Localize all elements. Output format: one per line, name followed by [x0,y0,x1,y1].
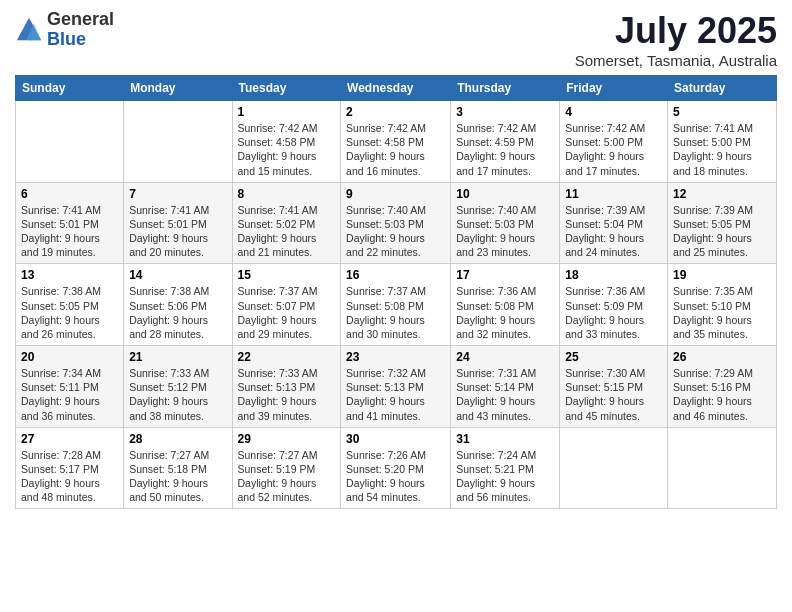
main-title: July 2025 [575,10,777,52]
calendar-week-row: 27Sunrise: 7:28 AM Sunset: 5:17 PM Dayli… [16,427,777,509]
day-info: Sunrise: 7:32 AM Sunset: 5:13 PM Dayligh… [346,366,445,423]
day-info: Sunrise: 7:35 AM Sunset: 5:10 PM Dayligh… [673,284,771,341]
header: General Blue July 2025 Somerset, Tasmani… [15,10,777,69]
calendar-day-header: Tuesday [232,76,341,101]
calendar-day-header: Friday [560,76,668,101]
calendar-day-header: Saturday [668,76,777,101]
calendar-day-header: Wednesday [341,76,451,101]
subtitle: Somerset, Tasmania, Australia [575,52,777,69]
calendar-cell: 1Sunrise: 7:42 AM Sunset: 4:58 PM Daylig… [232,101,341,183]
calendar-cell: 24Sunrise: 7:31 AM Sunset: 5:14 PM Dayli… [451,346,560,428]
day-number: 14 [129,268,226,282]
logo-general: General [47,10,114,30]
calendar-week-row: 6Sunrise: 7:41 AM Sunset: 5:01 PM Daylig… [16,182,777,264]
day-number: 17 [456,268,554,282]
day-info: Sunrise: 7:27 AM Sunset: 5:19 PM Dayligh… [238,448,336,505]
title-block: July 2025 Somerset, Tasmania, Australia [575,10,777,69]
day-number: 19 [673,268,771,282]
calendar-day-header: Monday [124,76,232,101]
day-number: 2 [346,105,445,119]
day-info: Sunrise: 7:39 AM Sunset: 5:04 PM Dayligh… [565,203,662,260]
calendar-body: 1Sunrise: 7:42 AM Sunset: 4:58 PM Daylig… [16,101,777,509]
day-number: 18 [565,268,662,282]
calendar-cell: 28Sunrise: 7:27 AM Sunset: 5:18 PM Dayli… [124,427,232,509]
day-number: 7 [129,187,226,201]
calendar-cell: 12Sunrise: 7:39 AM Sunset: 5:05 PM Dayli… [668,182,777,264]
day-number: 11 [565,187,662,201]
day-number: 31 [456,432,554,446]
day-number: 5 [673,105,771,119]
day-info: Sunrise: 7:28 AM Sunset: 5:17 PM Dayligh… [21,448,118,505]
calendar-table: SundayMondayTuesdayWednesdayThursdayFrid… [15,75,777,509]
calendar-day-header: Thursday [451,76,560,101]
day-number: 20 [21,350,118,364]
day-info: Sunrise: 7:41 AM Sunset: 5:01 PM Dayligh… [21,203,118,260]
day-number: 27 [21,432,118,446]
day-number: 1 [238,105,336,119]
day-info: Sunrise: 7:42 AM Sunset: 4:58 PM Dayligh… [346,121,445,178]
day-number: 22 [238,350,336,364]
day-number: 28 [129,432,226,446]
day-info: Sunrise: 7:37 AM Sunset: 5:08 PM Dayligh… [346,284,445,341]
day-info: Sunrise: 7:39 AM Sunset: 5:05 PM Dayligh… [673,203,771,260]
day-info: Sunrise: 7:41 AM Sunset: 5:00 PM Dayligh… [673,121,771,178]
day-info: Sunrise: 7:42 AM Sunset: 4:58 PM Dayligh… [238,121,336,178]
day-info: Sunrise: 7:37 AM Sunset: 5:07 PM Dayligh… [238,284,336,341]
day-number: 21 [129,350,226,364]
calendar-cell: 15Sunrise: 7:37 AM Sunset: 5:07 PM Dayli… [232,264,341,346]
day-number: 13 [21,268,118,282]
calendar-cell: 10Sunrise: 7:40 AM Sunset: 5:03 PM Dayli… [451,182,560,264]
day-number: 8 [238,187,336,201]
day-info: Sunrise: 7:29 AM Sunset: 5:16 PM Dayligh… [673,366,771,423]
calendar-cell: 2Sunrise: 7:42 AM Sunset: 4:58 PM Daylig… [341,101,451,183]
logo-icon [15,16,43,44]
calendar-day-header: Sunday [16,76,124,101]
calendar-week-row: 1Sunrise: 7:42 AM Sunset: 4:58 PM Daylig… [16,101,777,183]
day-info: Sunrise: 7:38 AM Sunset: 5:05 PM Dayligh… [21,284,118,341]
day-info: Sunrise: 7:40 AM Sunset: 5:03 PM Dayligh… [346,203,445,260]
day-number: 23 [346,350,445,364]
calendar-cell [124,101,232,183]
calendar-cell [16,101,124,183]
calendar-cell: 4Sunrise: 7:42 AM Sunset: 5:00 PM Daylig… [560,101,668,183]
day-number: 16 [346,268,445,282]
day-info: Sunrise: 7:38 AM Sunset: 5:06 PM Dayligh… [129,284,226,341]
day-info: Sunrise: 7:30 AM Sunset: 5:15 PM Dayligh… [565,366,662,423]
calendar-cell: 20Sunrise: 7:34 AM Sunset: 5:11 PM Dayli… [16,346,124,428]
calendar-cell: 6Sunrise: 7:41 AM Sunset: 5:01 PM Daylig… [16,182,124,264]
day-info: Sunrise: 7:36 AM Sunset: 5:08 PM Dayligh… [456,284,554,341]
calendar-cell: 30Sunrise: 7:26 AM Sunset: 5:20 PM Dayli… [341,427,451,509]
day-number: 6 [21,187,118,201]
calendar-cell: 17Sunrise: 7:36 AM Sunset: 5:08 PM Dayli… [451,264,560,346]
calendar-cell: 18Sunrise: 7:36 AM Sunset: 5:09 PM Dayli… [560,264,668,346]
calendar-cell: 29Sunrise: 7:27 AM Sunset: 5:19 PM Dayli… [232,427,341,509]
day-number: 12 [673,187,771,201]
day-number: 30 [346,432,445,446]
day-number: 25 [565,350,662,364]
calendar-cell: 26Sunrise: 7:29 AM Sunset: 5:16 PM Dayli… [668,346,777,428]
calendar-cell: 19Sunrise: 7:35 AM Sunset: 5:10 PM Dayli… [668,264,777,346]
calendar-cell [560,427,668,509]
day-number: 10 [456,187,554,201]
day-info: Sunrise: 7:36 AM Sunset: 5:09 PM Dayligh… [565,284,662,341]
day-info: Sunrise: 7:33 AM Sunset: 5:13 PM Dayligh… [238,366,336,423]
day-number: 15 [238,268,336,282]
calendar-cell: 31Sunrise: 7:24 AM Sunset: 5:21 PM Dayli… [451,427,560,509]
calendar-week-row: 13Sunrise: 7:38 AM Sunset: 5:05 PM Dayli… [16,264,777,346]
calendar-cell: 3Sunrise: 7:42 AM Sunset: 4:59 PM Daylig… [451,101,560,183]
calendar-cell: 11Sunrise: 7:39 AM Sunset: 5:04 PM Dayli… [560,182,668,264]
day-info: Sunrise: 7:34 AM Sunset: 5:11 PM Dayligh… [21,366,118,423]
day-info: Sunrise: 7:26 AM Sunset: 5:20 PM Dayligh… [346,448,445,505]
day-info: Sunrise: 7:31 AM Sunset: 5:14 PM Dayligh… [456,366,554,423]
logo: General Blue [15,10,114,50]
calendar-cell: 27Sunrise: 7:28 AM Sunset: 5:17 PM Dayli… [16,427,124,509]
day-info: Sunrise: 7:24 AM Sunset: 5:21 PM Dayligh… [456,448,554,505]
day-number: 3 [456,105,554,119]
main-container: General Blue July 2025 Somerset, Tasmani… [0,0,792,519]
calendar-cell: 8Sunrise: 7:41 AM Sunset: 5:02 PM Daylig… [232,182,341,264]
day-number: 4 [565,105,662,119]
calendar-cell: 25Sunrise: 7:30 AM Sunset: 5:15 PM Dayli… [560,346,668,428]
calendar-cell: 16Sunrise: 7:37 AM Sunset: 5:08 PM Dayli… [341,264,451,346]
day-number: 26 [673,350,771,364]
calendar-cell: 22Sunrise: 7:33 AM Sunset: 5:13 PM Dayli… [232,346,341,428]
